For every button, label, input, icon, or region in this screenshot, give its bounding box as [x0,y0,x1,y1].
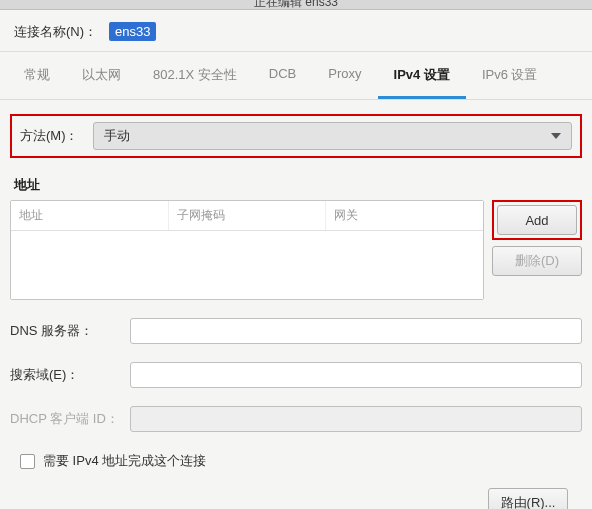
dhcp-client-label: DHCP 客户端 ID： [10,410,130,428]
require-ipv4-label: 需要 IPv4 地址完成这个连接 [43,452,206,470]
dns-row: DNS 服务器： [10,318,582,344]
connection-name-row: 连接名称(N)： ens33 [0,10,592,52]
dhcp-client-row: DHCP 客户端 ID： [10,406,582,432]
window-title: 正在编辑 ens33 [0,0,592,10]
col-address: 地址 [11,201,169,230]
routes-button[interactable]: 路由(R)... [488,488,568,509]
method-select-value: 手动 [104,127,130,145]
require-ipv4-checkbox[interactable] [20,454,35,469]
tab-8021x[interactable]: 802.1X 安全性 [137,52,253,99]
tab-bar: 常规 以太网 802.1X 安全性 DCB Proxy IPv4 设置 IPv6… [0,52,592,100]
tab-ipv4[interactable]: IPv4 设置 [378,52,466,99]
search-domain-row: 搜索域(E)： [10,362,582,388]
address-table-header: 地址 子网掩码 网关 [11,201,483,231]
method-highlight-box: 方法(M)： 手动 [10,114,582,158]
dhcp-client-input [130,406,582,432]
connection-name-label: 连接名称(N)： [14,23,97,41]
method-label: 方法(M)： [20,127,79,145]
address-table[interactable]: 地址 子网掩码 网关 [10,200,484,300]
dns-input[interactable] [130,318,582,344]
tab-ipv6[interactable]: IPv6 设置 [466,52,554,99]
tab-ethernet[interactable]: 以太网 [66,52,137,99]
add-highlight-box: Add [492,200,582,240]
search-domain-input[interactable] [130,362,582,388]
add-button[interactable]: Add [497,205,577,235]
tab-proxy[interactable]: Proxy [312,52,377,99]
dns-label: DNS 服务器： [10,322,130,340]
delete-button[interactable]: 删除(D) [492,246,582,276]
address-table-body[interactable] [11,231,483,299]
require-ipv4-row[interactable]: 需要 IPv4 地址完成这个连接 [10,452,582,470]
tab-dcb[interactable]: DCB [253,52,312,99]
address-section-label: 地址 [14,176,582,194]
tab-general[interactable]: 常规 [8,52,66,99]
col-netmask: 子网掩码 [169,201,327,230]
col-gateway: 网关 [326,201,483,230]
chevron-down-icon [551,133,561,139]
connection-name-input[interactable]: ens33 [109,22,156,41]
method-select[interactable]: 手动 [93,122,573,150]
search-domain-label: 搜索域(E)： [10,366,130,384]
